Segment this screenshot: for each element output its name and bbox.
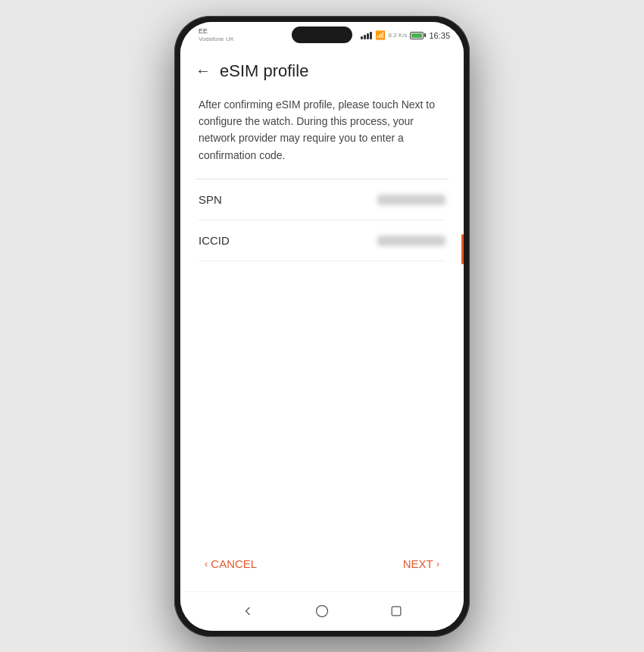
home-nav-button[interactable]	[313, 602, 331, 620]
nav-bar	[180, 591, 464, 631]
svg-point-0	[317, 606, 328, 617]
phone-screen: EE Vodafone UK 📶 8.2 K/s	[180, 22, 464, 631]
scroll-accent	[461, 234, 464, 264]
cancel-label: CANCEL	[211, 557, 257, 570]
notch-area	[292, 27, 352, 43]
status-indicators: 📶 8.2 K/s 16:35	[361, 30, 450, 40]
notch	[292, 27, 352, 43]
content-spacer	[180, 261, 464, 538]
spn-row: SPN	[199, 179, 445, 220]
svg-rect-1	[392, 607, 401, 616]
status-bar: EE Vodafone UK 📶 8.2 K/s	[180, 22, 464, 49]
back-nav-button[interactable]	[239, 602, 257, 620]
bottom-actions: ‹ CANCEL NEXT ›	[180, 539, 464, 591]
speed-label: 8.2 K/s	[389, 32, 408, 39]
wifi-icon: 📶	[375, 30, 386, 40]
cancel-chevron-icon: ‹	[205, 558, 208, 569]
iccid-label: ICCID	[199, 234, 230, 247]
iccid-row: ICCID	[199, 220, 445, 261]
recents-nav-button[interactable]	[387, 602, 405, 620]
next-label: NEXT	[403, 557, 433, 570]
time-label: 16:35	[429, 31, 450, 40]
battery-icon	[410, 32, 426, 39]
back-button[interactable]: ←	[195, 62, 211, 80]
carrier-info: EE Vodafone UK	[199, 27, 234, 42]
spn-label: SPN	[199, 193, 222, 206]
cancel-button[interactable]: ‹ CANCEL	[202, 551, 260, 576]
spn-value	[377, 195, 445, 205]
app-content: ← eSIM profile After confirming eSIM pro…	[180, 49, 464, 591]
iccid-value	[377, 236, 445, 246]
page-header: ← eSIM profile	[180, 49, 464, 90]
next-chevron-icon: ›	[436, 558, 439, 569]
carrier-sub: Vodafone UK	[199, 36, 234, 43]
description-section: After confirming eSIM profile, please to…	[180, 90, 464, 179]
page-title: eSIM profile	[220, 61, 308, 81]
description-text: After confirming eSIM profile, please to…	[199, 96, 445, 164]
profile-rows: SPN ICCID	[180, 179, 464, 261]
signal-icon	[361, 32, 372, 39]
carrier-label: EE	[199, 27, 234, 36]
phone-device: EE Vodafone UK 📶 8.2 K/s	[174, 16, 470, 637]
next-button[interactable]: NEXT ›	[400, 551, 442, 576]
